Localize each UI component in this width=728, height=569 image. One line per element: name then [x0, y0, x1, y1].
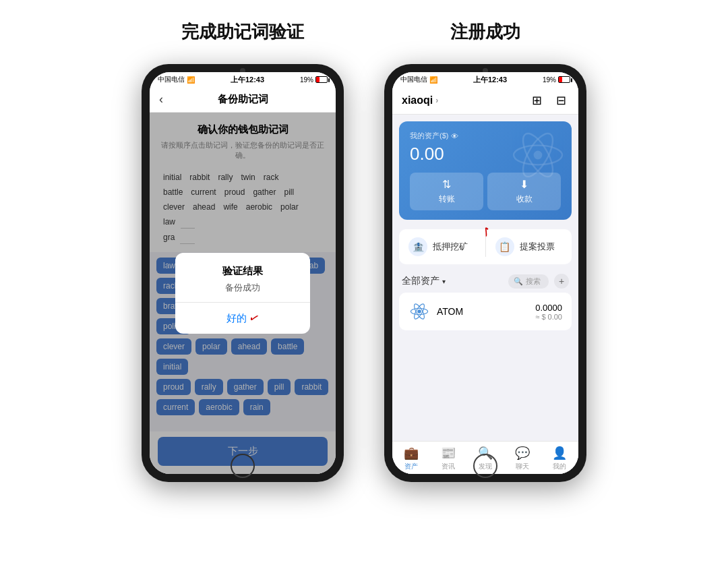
nav-title: 备份助记词: [218, 93, 268, 106]
left-status-left: 中国电信 📶: [158, 75, 195, 84]
proposal-label: 提案投票: [520, 241, 555, 253]
news-tab-icon: 📰: [441, 446, 456, 460]
left-section: 完成助记词验证 中国电信 📶 上午12:43 19%: [142, 20, 344, 482]
right-phone-inner: 中国电信 📶 上午12:43 19% xia: [392, 72, 578, 474]
assets-title: 全部资产 ▾: [402, 275, 446, 287]
header-icons: ⊞ ⊟: [528, 92, 569, 109]
assets-tab-icon: 💼: [404, 446, 419, 460]
right-battery-icon: [558, 76, 570, 83]
back-button[interactable]: ‹: [159, 92, 163, 107]
dialog-btn-text: 好的: [226, 312, 247, 325]
transfer-label: 转账: [439, 193, 455, 205]
search-placeholder: 搜索: [526, 276, 541, 287]
battery-icon: [315, 76, 328, 83]
tab-profile-label: 我的: [553, 462, 566, 471]
wifi-icon: 📶: [187, 76, 195, 84]
left-phone: 中国电信 📶 上午12:43 19% ‹ 备份助记词: [142, 64, 344, 482]
asset-card-label: 我的资产($) 👁: [410, 131, 561, 141]
layout-icon[interactable]: ⊟: [553, 92, 569, 109]
chat-tab-icon: 💬: [515, 446, 530, 460]
tab-news-label: 资讯: [442, 462, 455, 471]
page-container: 完成助记词验证 中国电信 📶 上午12:43 19%: [40, 20, 688, 482]
eye-icon: 👁: [451, 132, 458, 140]
atom-name: ATOM: [437, 306, 528, 317]
svg-point-4: [417, 309, 421, 313]
tab-chat[interactable]: 💬 聊天: [504, 446, 541, 471]
atom-row: ATOM 0.0000 ≈ $ 0.00: [399, 293, 572, 330]
atom-usd: ≈ $ 0.00: [535, 313, 562, 321]
assets-header: 全部资产 ▾ 🔍 搜索 +: [392, 270, 578, 293]
dialog-message: 备份成功: [186, 282, 299, 294]
right-battery-percent: 19%: [543, 76, 556, 84]
dialog-ok-button[interactable]: 好的 ✓: [175, 303, 310, 334]
transfer-action[interactable]: ⇅ 转账: [410, 173, 483, 210]
asset-label-text: 我的资产($): [410, 131, 448, 141]
right-status-left: 中国电信 📶: [400, 75, 437, 84]
battery-percent: 19%: [300, 76, 313, 84]
right-section: 注册成功 中国电信 📶 上午12:43 19%: [384, 20, 586, 482]
right-carrier: 中国电信: [400, 75, 427, 84]
dialog-body: 验证结果 备份成功: [175, 253, 310, 302]
profile-tab-icon: 👤: [552, 446, 567, 460]
right-status-right: 19%: [543, 76, 570, 84]
receive-label: 收款: [516, 193, 533, 205]
assets-controls: 🔍 搜索 +: [508, 274, 569, 289]
check-arrow-icon: ✓: [247, 309, 262, 327]
app-header: xiaoqi › ⊞ ⊟: [392, 87, 578, 115]
search-bar[interactable]: 🔍 搜索: [508, 274, 549, 289]
tab-profile[interactable]: 👤 我的: [541, 446, 578, 471]
left-status-bar: 中国电信 📶 上午12:43 19%: [150, 72, 336, 87]
atom-value: 0.0000 ≈ $ 0.00: [535, 303, 562, 321]
username-text: xiaoqi: [402, 94, 433, 107]
tab-assets[interactable]: 💼 资产: [392, 446, 429, 471]
left-time: 上午12:43: [231, 75, 264, 85]
carrier-text: 中国电信: [158, 75, 185, 84]
left-status-right: 19%: [300, 76, 328, 84]
mortgage-label: 抵押挖矿: [433, 241, 468, 253]
left-title: 完成助记词验证: [181, 20, 304, 44]
dialog-overlay: 验证结果 备份成功 好的 ✓: [150, 113, 336, 474]
tab-assets-label: 资产: [404, 462, 418, 471]
right-time: 上午12:43: [473, 75, 507, 85]
action-row: 🏦 抵押挖矿 📋 提案投票 ✓: [399, 229, 572, 264]
svg-point-0: [534, 151, 543, 160]
left-nav-bar: ‹ 备份助记词: [150, 87, 336, 113]
proposal-icon: 📋: [495, 237, 514, 256]
spacer: [392, 330, 578, 441]
atom-logo: [408, 301, 430, 322]
battery-fill: [316, 77, 320, 82]
username-chevron: ›: [435, 96, 438, 105]
mortgage-icon: 🏦: [408, 237, 427, 256]
tab-chat-label: 聊天: [516, 462, 529, 471]
username-area: xiaoqi ›: [402, 94, 438, 107]
right-battery-fill: [559, 77, 562, 82]
right-status-bar: 中国电信 📶 上午12:43 19%: [392, 72, 578, 87]
transfer-icon: ⇅: [442, 178, 451, 191]
phone-home-right: [473, 454, 497, 478]
right-wifi-icon: 📶: [429, 76, 437, 84]
add-asset-button[interactable]: +: [554, 274, 569, 289]
atom-amount: 0.0000: [535, 303, 562, 313]
verification-dialog: 验证结果 备份成功 好的 ✓: [175, 253, 310, 334]
right-phone: 中国电信 📶 上午12:43 19% xia: [384, 64, 586, 482]
proposal-action[interactable]: 📋 提案投票: [486, 229, 572, 264]
asset-card: 我的资产($) 👁 0.00 ⇅ 转账 ⬇ 收款: [399, 121, 572, 220]
screen1-content: 确认你的钱包助记词 请按顺序点击助记词，验证您备份的助记词是否正确。 initi…: [150, 113, 336, 474]
mortgage-action[interactable]: 🏦 抵押挖矿: [399, 229, 485, 264]
scan-icon[interactable]: ⊞: [528, 92, 545, 109]
left-phone-inner: 中国电信 📶 上午12:43 19% ‹ 备份助记词: [150, 72, 336, 474]
dialog-title: 验证结果: [186, 265, 299, 278]
screen2-content: xiaoqi › ⊞ ⊟: [392, 87, 578, 474]
assets-title-text: 全部资产: [402, 275, 439, 287]
search-icon: 🔍: [514, 277, 523, 286]
tab-news[interactable]: 📰 资讯: [429, 446, 466, 471]
right-title: 注册成功: [450, 20, 520, 44]
assets-chevron: ▾: [442, 278, 446, 285]
